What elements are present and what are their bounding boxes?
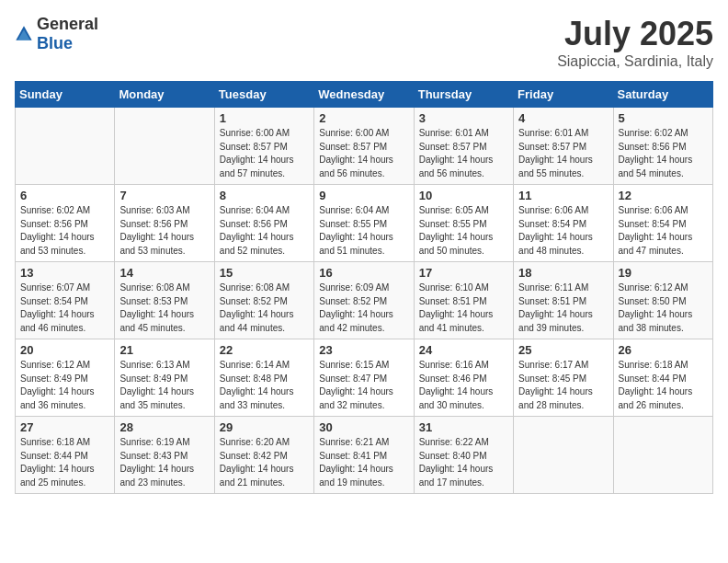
logo: General Blue bbox=[15, 15, 98, 53]
calendar-cell: 5Sunrise: 6:02 AMSunset: 8:56 PMDaylight… bbox=[613, 108, 712, 185]
day-number: 11 bbox=[518, 189, 608, 202]
cell-info: Sunrise: 6:05 AMSunset: 8:55 PMDaylight:… bbox=[419, 204, 508, 258]
calendar-cell: 28Sunrise: 6:19 AMSunset: 8:43 PMDayligh… bbox=[115, 417, 214, 494]
calendar-cell: 16Sunrise: 6:09 AMSunset: 8:52 PMDayligh… bbox=[314, 262, 414, 339]
calendar-cell: 30Sunrise: 6:21 AMSunset: 8:41 PMDayligh… bbox=[314, 417, 414, 494]
cell-info: Sunrise: 6:03 AMSunset: 8:56 PMDaylight:… bbox=[119, 204, 209, 258]
location-title: Siapiccia, Sardinia, Italy bbox=[557, 53, 713, 70]
calendar-cell: 17Sunrise: 6:10 AMSunset: 8:51 PMDayligh… bbox=[414, 262, 513, 339]
calendar-cell: 2Sunrise: 6:00 AMSunset: 8:57 PMDaylight… bbox=[314, 108, 414, 185]
day-number: 8 bbox=[220, 189, 309, 202]
cell-info: Sunrise: 6:00 AMSunset: 8:57 PMDaylight:… bbox=[220, 127, 309, 180]
day-number: 4 bbox=[518, 111, 608, 125]
day-number: 13 bbox=[20, 266, 109, 280]
cell-info: Sunrise: 6:12 AMSunset: 8:50 PMDaylight:… bbox=[619, 282, 708, 335]
day-number: 22 bbox=[220, 343, 309, 357]
day-number: 28 bbox=[119, 420, 209, 434]
cell-info: Sunrise: 6:11 AMSunset: 8:51 PMDaylight:… bbox=[518, 282, 608, 335]
calendar-cell: 25Sunrise: 6:17 AMSunset: 8:45 PMDayligh… bbox=[514, 339, 613, 417]
day-number: 1 bbox=[220, 111, 309, 125]
calendar-cell bbox=[16, 108, 115, 185]
day-number: 30 bbox=[319, 420, 408, 434]
calendar-cell: 18Sunrise: 6:11 AMSunset: 8:51 PMDayligh… bbox=[514, 262, 613, 339]
calendar-cell: 3Sunrise: 6:01 AMSunset: 8:57 PMDaylight… bbox=[414, 108, 513, 185]
cell-info: Sunrise: 6:22 AMSunset: 8:40 PMDaylight:… bbox=[419, 436, 508, 489]
calendar-cell: 27Sunrise: 6:18 AMSunset: 8:44 PMDayligh… bbox=[16, 417, 115, 494]
calendar-cell: 31Sunrise: 6:22 AMSunset: 8:40 PMDayligh… bbox=[414, 417, 513, 494]
cell-info: Sunrise: 6:08 AMSunset: 8:53 PMDaylight:… bbox=[119, 282, 209, 335]
cell-info: Sunrise: 6:09 AMSunset: 8:52 PMDaylight:… bbox=[319, 282, 408, 335]
calendar-cell: 22Sunrise: 6:14 AMSunset: 8:48 PMDayligh… bbox=[214, 339, 313, 417]
cell-info: Sunrise: 6:19 AMSunset: 8:43 PMDaylight:… bbox=[119, 436, 209, 489]
cell-info: Sunrise: 6:14 AMSunset: 8:48 PMDaylight:… bbox=[220, 359, 309, 412]
calendar-body: 1Sunrise: 6:00 AMSunset: 8:57 PMDaylight… bbox=[16, 108, 713, 494]
calendar-cell: 21Sunrise: 6:13 AMSunset: 8:49 PMDayligh… bbox=[115, 339, 214, 417]
cell-info: Sunrise: 6:15 AMSunset: 8:47 PMDaylight:… bbox=[319, 359, 408, 412]
day-number: 20 bbox=[20, 343, 109, 357]
cell-info: Sunrise: 6:04 AMSunset: 8:55 PMDaylight:… bbox=[319, 204, 408, 258]
day-number: 29 bbox=[220, 420, 309, 434]
calendar-cell: 8Sunrise: 6:04 AMSunset: 8:56 PMDaylight… bbox=[214, 185, 313, 262]
calendar-cell bbox=[115, 108, 214, 185]
day-number: 17 bbox=[419, 266, 508, 280]
calendar-cell: 10Sunrise: 6:05 AMSunset: 8:55 PMDayligh… bbox=[414, 185, 513, 262]
calendar-week-1: 1Sunrise: 6:00 AMSunset: 8:57 PMDaylight… bbox=[16, 108, 713, 185]
day-number: 25 bbox=[518, 343, 608, 357]
calendar-cell: 15Sunrise: 6:08 AMSunset: 8:52 PMDayligh… bbox=[214, 262, 313, 339]
calendar-cell: 13Sunrise: 6:07 AMSunset: 8:54 PMDayligh… bbox=[16, 262, 115, 339]
weekday-header-sunday: Sunday bbox=[16, 82, 115, 108]
calendar-cell: 12Sunrise: 6:06 AMSunset: 8:54 PMDayligh… bbox=[613, 185, 712, 262]
cell-info: Sunrise: 6:17 AMSunset: 8:45 PMDaylight:… bbox=[518, 359, 608, 412]
day-number: 26 bbox=[619, 343, 708, 357]
calendar-cell: 26Sunrise: 6:18 AMSunset: 8:44 PMDayligh… bbox=[613, 339, 712, 417]
weekday-header-friday: Friday bbox=[514, 82, 613, 108]
calendar-cell: 14Sunrise: 6:08 AMSunset: 8:53 PMDayligh… bbox=[115, 262, 214, 339]
cell-info: Sunrise: 6:07 AMSunset: 8:54 PMDaylight:… bbox=[20, 282, 109, 335]
logo-general-text: General bbox=[37, 15, 98, 33]
day-number: 18 bbox=[518, 266, 608, 280]
calendar-week-2: 6Sunrise: 6:02 AMSunset: 8:56 PMDaylight… bbox=[16, 185, 713, 262]
cell-info: Sunrise: 6:01 AMSunset: 8:57 PMDaylight:… bbox=[419, 127, 508, 180]
day-number: 6 bbox=[20, 189, 109, 202]
day-number: 2 bbox=[319, 111, 408, 125]
day-number: 14 bbox=[119, 266, 209, 280]
calendar-cell: 7Sunrise: 6:03 AMSunset: 8:56 PMDaylight… bbox=[115, 185, 214, 262]
weekday-header-thursday: Thursday bbox=[414, 82, 513, 108]
cell-info: Sunrise: 6:13 AMSunset: 8:49 PMDaylight:… bbox=[119, 359, 209, 412]
logo-icon bbox=[15, 25, 33, 43]
day-number: 24 bbox=[419, 343, 508, 357]
day-number: 19 bbox=[619, 266, 708, 280]
weekday-header-tuesday: Tuesday bbox=[214, 82, 313, 108]
cell-info: Sunrise: 6:06 AMSunset: 8:54 PMDaylight:… bbox=[518, 204, 608, 258]
day-number: 9 bbox=[319, 189, 408, 202]
calendar-cell: 11Sunrise: 6:06 AMSunset: 8:54 PMDayligh… bbox=[514, 185, 613, 262]
page-header: General Blue July 2025 Siapiccia, Sardin… bbox=[15, 15, 713, 70]
calendar-cell: 19Sunrise: 6:12 AMSunset: 8:50 PMDayligh… bbox=[613, 262, 712, 339]
weekday-header-wednesday: Wednesday bbox=[314, 82, 414, 108]
day-number: 27 bbox=[20, 420, 109, 434]
calendar-cell: 1Sunrise: 6:00 AMSunset: 8:57 PMDaylight… bbox=[214, 108, 313, 185]
calendar-week-5: 27Sunrise: 6:18 AMSunset: 8:44 PMDayligh… bbox=[16, 417, 713, 494]
calendar-cell bbox=[514, 417, 613, 494]
calendar-week-4: 20Sunrise: 6:12 AMSunset: 8:49 PMDayligh… bbox=[16, 339, 713, 417]
weekday-header-saturday: Saturday bbox=[613, 82, 712, 108]
cell-info: Sunrise: 6:02 AMSunset: 8:56 PMDaylight:… bbox=[619, 127, 708, 180]
weekday-header-row: SundayMondayTuesdayWednesdayThursdayFrid… bbox=[16, 82, 713, 108]
calendar-table: SundayMondayTuesdayWednesdayThursdayFrid… bbox=[15, 81, 713, 494]
cell-info: Sunrise: 6:10 AMSunset: 8:51 PMDaylight:… bbox=[419, 282, 508, 335]
cell-info: Sunrise: 6:02 AMSunset: 8:56 PMDaylight:… bbox=[20, 204, 109, 258]
title-block: July 2025 Siapiccia, Sardinia, Italy bbox=[557, 15, 713, 70]
day-number: 23 bbox=[319, 343, 408, 357]
cell-info: Sunrise: 6:00 AMSunset: 8:57 PMDaylight:… bbox=[319, 127, 408, 180]
cell-info: Sunrise: 6:01 AMSunset: 8:57 PMDaylight:… bbox=[518, 127, 608, 180]
calendar-cell: 24Sunrise: 6:16 AMSunset: 8:46 PMDayligh… bbox=[414, 339, 513, 417]
calendar-cell: 9Sunrise: 6:04 AMSunset: 8:55 PMDaylight… bbox=[314, 185, 414, 262]
day-number: 10 bbox=[419, 189, 508, 202]
calendar-cell bbox=[613, 417, 712, 494]
calendar-week-3: 13Sunrise: 6:07 AMSunset: 8:54 PMDayligh… bbox=[16, 262, 713, 339]
cell-info: Sunrise: 6:18 AMSunset: 8:44 PMDaylight:… bbox=[20, 436, 109, 489]
calendar-cell: 4Sunrise: 6:01 AMSunset: 8:57 PMDaylight… bbox=[514, 108, 613, 185]
calendar-cell: 20Sunrise: 6:12 AMSunset: 8:49 PMDayligh… bbox=[16, 339, 115, 417]
cell-info: Sunrise: 6:16 AMSunset: 8:46 PMDaylight:… bbox=[419, 359, 508, 412]
day-number: 16 bbox=[319, 266, 408, 280]
